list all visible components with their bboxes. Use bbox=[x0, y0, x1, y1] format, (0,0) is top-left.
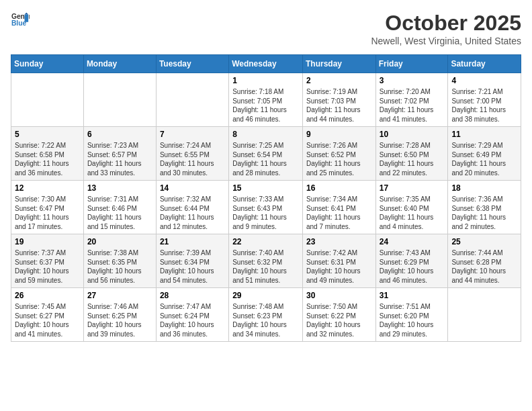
day-data: Sunrise: 7:33 AM Sunset: 6:43 PM Dayligh… bbox=[232, 195, 299, 231]
calendar-cell: 23Sunrise: 7:42 AM Sunset: 6:31 PM Dayli… bbox=[302, 234, 375, 288]
day-number: 26 bbox=[15, 291, 80, 300]
day-data: Sunrise: 7:22 AM Sunset: 6:58 PM Dayligh… bbox=[15, 141, 80, 177]
calendar-cell: 12Sunrise: 7:30 AM Sunset: 6:47 PM Dayli… bbox=[11, 181, 84, 234]
calendar-cell: 20Sunrise: 7:38 AM Sunset: 6:35 PM Dayli… bbox=[83, 234, 156, 288]
day-data: Sunrise: 7:19 AM Sunset: 7:03 PM Dayligh… bbox=[306, 87, 372, 124]
calendar-cell: 15Sunrise: 7:33 AM Sunset: 6:43 PM Dayli… bbox=[229, 181, 303, 234]
calendar-cell: 6Sunrise: 7:23 AM Sunset: 6:57 PM Daylig… bbox=[83, 127, 156, 181]
day-number: 14 bbox=[160, 183, 225, 193]
calendar-cell: 16Sunrise: 7:34 AM Sunset: 6:41 PM Dayli… bbox=[302, 181, 375, 234]
day-number: 8 bbox=[232, 130, 299, 139]
day-number: 30 bbox=[306, 291, 372, 300]
calendar-table: SundayMondayTuesdayWednesdayThursdayFrid… bbox=[11, 54, 521, 342]
day-data: Sunrise: 7:43 AM Sunset: 6:29 PM Dayligh… bbox=[380, 248, 445, 285]
day-number: 17 bbox=[380, 183, 445, 193]
weekday-header-wednesday: Wednesday bbox=[229, 55, 303, 73]
calendar-week-row: 19Sunrise: 7:37 AM Sunset: 6:37 PM Dayli… bbox=[11, 234, 521, 288]
day-data: Sunrise: 7:24 AM Sunset: 6:55 PM Dayligh… bbox=[160, 141, 225, 177]
day-number: 29 bbox=[232, 291, 299, 300]
calendar-cell: 31Sunrise: 7:51 AM Sunset: 6:20 PM Dayli… bbox=[375, 288, 448, 342]
page-header: General Blue October 2025 Newell, West V… bbox=[11, 11, 521, 46]
calendar-cell bbox=[156, 73, 228, 127]
day-number: 1 bbox=[232, 76, 299, 85]
calendar-cell: 17Sunrise: 7:35 AM Sunset: 6:40 PM Dayli… bbox=[375, 181, 448, 234]
day-data: Sunrise: 7:46 AM Sunset: 6:25 PM Dayligh… bbox=[87, 302, 152, 338]
day-number: 27 bbox=[87, 291, 152, 300]
day-number: 5 bbox=[15, 130, 80, 139]
day-data: Sunrise: 7:45 AM Sunset: 6:27 PM Dayligh… bbox=[15, 302, 80, 338]
day-number: 25 bbox=[451, 237, 517, 246]
calendar-cell: 7Sunrise: 7:24 AM Sunset: 6:55 PM Daylig… bbox=[156, 127, 228, 181]
day-number: 10 bbox=[380, 130, 445, 139]
day-data: Sunrise: 7:47 AM Sunset: 6:24 PM Dayligh… bbox=[160, 302, 225, 338]
weekday-header-thursday: Thursday bbox=[302, 55, 375, 73]
calendar-cell: 10Sunrise: 7:28 AM Sunset: 6:50 PM Dayli… bbox=[375, 127, 448, 181]
day-number: 18 bbox=[451, 183, 517, 193]
calendar-cell: 19Sunrise: 7:37 AM Sunset: 6:37 PM Dayli… bbox=[11, 234, 84, 288]
day-number: 13 bbox=[87, 183, 152, 193]
day-number: 31 bbox=[380, 291, 445, 300]
day-data: Sunrise: 7:42 AM Sunset: 6:31 PM Dayligh… bbox=[306, 248, 372, 285]
day-data: Sunrise: 7:26 AM Sunset: 6:52 PM Dayligh… bbox=[306, 141, 372, 177]
calendar-cell: 1Sunrise: 7:18 AM Sunset: 7:05 PM Daylig… bbox=[229, 73, 303, 127]
day-number: 12 bbox=[15, 183, 80, 193]
day-number: 11 bbox=[451, 130, 517, 139]
day-data: Sunrise: 7:38 AM Sunset: 6:35 PM Dayligh… bbox=[87, 248, 152, 285]
day-number: 3 bbox=[380, 76, 445, 85]
weekday-header-saturday: Saturday bbox=[448, 55, 521, 73]
day-data: Sunrise: 7:39 AM Sunset: 6:34 PM Dayligh… bbox=[160, 248, 225, 285]
weekday-header-friday: Friday bbox=[375, 55, 448, 73]
calendar-cell: 21Sunrise: 7:39 AM Sunset: 6:34 PM Dayli… bbox=[156, 234, 228, 288]
day-number: 6 bbox=[87, 130, 152, 139]
calendar-cell: 28Sunrise: 7:47 AM Sunset: 6:24 PM Dayli… bbox=[156, 288, 228, 342]
logo-icon: General Blue bbox=[11, 11, 30, 30]
day-data: Sunrise: 7:34 AM Sunset: 6:41 PM Dayligh… bbox=[306, 195, 372, 231]
day-data: Sunrise: 7:20 AM Sunset: 7:02 PM Dayligh… bbox=[380, 87, 445, 124]
calendar-cell: 8Sunrise: 7:25 AM Sunset: 6:54 PM Daylig… bbox=[229, 127, 303, 181]
day-data: Sunrise: 7:50 AM Sunset: 6:22 PM Dayligh… bbox=[306, 302, 372, 338]
day-number: 20 bbox=[87, 237, 152, 246]
day-number: 15 bbox=[232, 183, 299, 193]
weekday-header-tuesday: Tuesday bbox=[156, 55, 228, 73]
day-data: Sunrise: 7:51 AM Sunset: 6:20 PM Dayligh… bbox=[380, 302, 445, 338]
weekday-header-monday: Monday bbox=[83, 55, 156, 73]
calendar-cell: 9Sunrise: 7:26 AM Sunset: 6:52 PM Daylig… bbox=[302, 127, 375, 181]
calendar-subtitle: Newell, West Virginia, United States bbox=[371, 36, 521, 46]
calendar-cell: 3Sunrise: 7:20 AM Sunset: 7:02 PM Daylig… bbox=[375, 73, 448, 127]
day-data: Sunrise: 7:18 AM Sunset: 7:05 PM Dayligh… bbox=[232, 87, 299, 124]
day-data: Sunrise: 7:35 AM Sunset: 6:40 PM Dayligh… bbox=[380, 195, 445, 231]
svg-marker-2 bbox=[25, 15, 29, 22]
calendar-cell: 29Sunrise: 7:48 AM Sunset: 6:23 PM Dayli… bbox=[229, 288, 303, 342]
calendar-cell: 5Sunrise: 7:22 AM Sunset: 6:58 PM Daylig… bbox=[11, 127, 84, 181]
day-number: 9 bbox=[306, 130, 372, 139]
calendar-cell: 25Sunrise: 7:44 AM Sunset: 6:28 PM Dayli… bbox=[448, 234, 521, 288]
calendar-cell: 22Sunrise: 7:40 AM Sunset: 6:32 PM Dayli… bbox=[229, 234, 303, 288]
day-data: Sunrise: 7:28 AM Sunset: 6:50 PM Dayligh… bbox=[380, 141, 445, 177]
day-number: 4 bbox=[451, 76, 517, 85]
calendar-cell bbox=[448, 288, 521, 342]
calendar-cell: 18Sunrise: 7:36 AM Sunset: 6:38 PM Dayli… bbox=[448, 181, 521, 234]
svg-text:Blue: Blue bbox=[11, 19, 27, 27]
day-number: 21 bbox=[160, 237, 225, 246]
day-data: Sunrise: 7:48 AM Sunset: 6:23 PM Dayligh… bbox=[232, 302, 299, 338]
calendar-week-row: 1Sunrise: 7:18 AM Sunset: 7:05 PM Daylig… bbox=[11, 73, 521, 127]
day-data: Sunrise: 7:21 AM Sunset: 7:00 PM Dayligh… bbox=[451, 87, 517, 124]
day-data: Sunrise: 7:25 AM Sunset: 6:54 PM Dayligh… bbox=[232, 141, 299, 177]
calendar-week-row: 26Sunrise: 7:45 AM Sunset: 6:27 PM Dayli… bbox=[11, 288, 521, 342]
day-data: Sunrise: 7:30 AM Sunset: 6:47 PM Dayligh… bbox=[15, 195, 80, 231]
day-number: 23 bbox=[306, 237, 372, 246]
day-number: 2 bbox=[306, 76, 372, 85]
calendar-cell bbox=[83, 73, 156, 127]
calendar-cell: 26Sunrise: 7:45 AM Sunset: 6:27 PM Dayli… bbox=[11, 288, 84, 342]
weekday-header-row: SundayMondayTuesdayWednesdayThursdayFrid… bbox=[11, 55, 521, 73]
day-data: Sunrise: 7:23 AM Sunset: 6:57 PM Dayligh… bbox=[87, 141, 152, 177]
weekday-header-sunday: Sunday bbox=[11, 55, 84, 73]
calendar-cell: 24Sunrise: 7:43 AM Sunset: 6:29 PM Dayli… bbox=[375, 234, 448, 288]
day-data: Sunrise: 7:31 AM Sunset: 6:46 PM Dayligh… bbox=[87, 195, 152, 231]
day-number: 22 bbox=[232, 237, 299, 246]
day-data: Sunrise: 7:44 AM Sunset: 6:28 PM Dayligh… bbox=[451, 248, 517, 285]
day-number: 19 bbox=[15, 237, 80, 246]
calendar-cell: 14Sunrise: 7:32 AM Sunset: 6:44 PM Dayli… bbox=[156, 181, 228, 234]
calendar-cell: 27Sunrise: 7:46 AM Sunset: 6:25 PM Dayli… bbox=[83, 288, 156, 342]
day-data: Sunrise: 7:37 AM Sunset: 6:37 PM Dayligh… bbox=[15, 248, 80, 285]
